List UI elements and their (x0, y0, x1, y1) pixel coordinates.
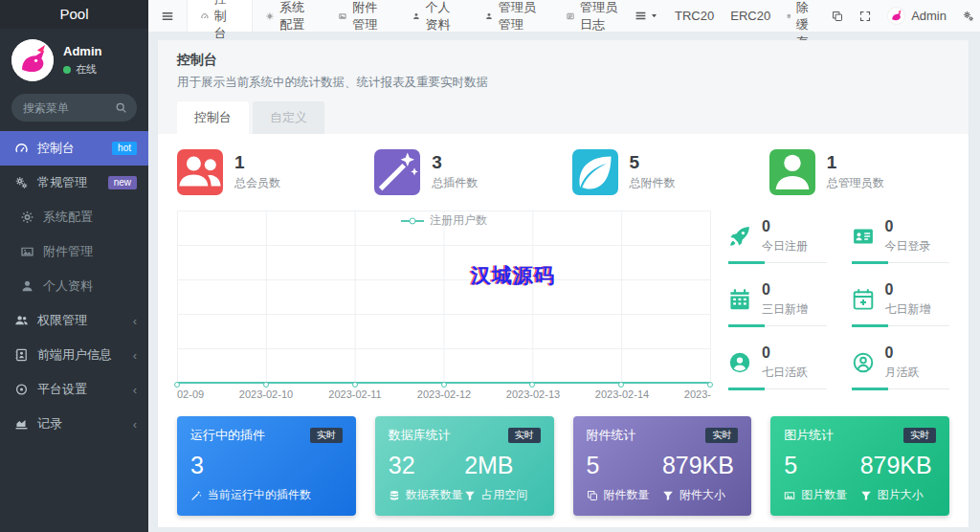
sidebar-item-profile[interactable]: 个人资料 (0, 269, 148, 303)
mini-stat-seven-day-new: 0七日新增 (852, 274, 950, 326)
sidebar-item-label: 附件管理 (43, 243, 93, 260)
x-axis-label: 2023-02-12 (417, 388, 471, 400)
stat-label: 总会员数 (234, 175, 280, 191)
sidebar-item-auth[interactable]: 权限管理‹ (0, 303, 148, 338)
circle-icon (13, 383, 30, 396)
chart-point (707, 382, 713, 388)
main-area: 控制台系统配置附件管理个人资料管理员管理管理员日志 TRC20 ERC20 清除… (148, 0, 980, 532)
sidebar-item-general[interactable]: 常规管理new (0, 166, 148, 200)
topbar-user-menu[interactable]: Admin (887, 7, 947, 25)
page-title: 控制台 (177, 52, 949, 69)
address-book-icon (13, 348, 30, 362)
panel-tabs: 控制台自定义 (177, 101, 949, 134)
avatar[interactable] (11, 39, 54, 81)
mini-stat-label: 三日新增 (762, 301, 808, 318)
panel-tab-custom[interactable]: 自定义 (253, 101, 324, 134)
sidebar-item-label: 控制台 (37, 140, 75, 157)
card-value: 3 (190, 451, 343, 479)
sidebar-item-system-config[interactable]: 系统配置 (0, 200, 148, 234)
card-cell: 879KB附件大小 (662, 451, 738, 503)
summary-card-image-stats: 图片统计实时5图片数量879KB图片大小 (770, 416, 949, 516)
card-value: 32 (389, 451, 464, 479)
topbar-tab-dashboard[interactable]: 控制台 (187, 0, 253, 32)
wand-icon (190, 490, 202, 501)
chart-legend[interactable]: 注册用户数 (177, 212, 711, 229)
stat-card-total-plugins: 3总插件数 (374, 149, 554, 195)
search-icon[interactable] (115, 101, 127, 114)
topbar-user-name: Admin (911, 9, 947, 23)
sidebar-item-front-user[interactable]: 前端用户信息‹ (0, 338, 148, 372)
topbar-tab-label: 管理员管理 (499, 0, 540, 33)
user-circle-icon (728, 351, 751, 374)
sidebar-item-platform[interactable]: 平台设置‹ (0, 372, 148, 407)
topbar-tab-admin-log[interactable]: 管理员日志 (553, 0, 635, 32)
caret-down-icon (650, 11, 658, 20)
chevron-left-icon: ‹ (133, 349, 137, 362)
topbar-tabs: 控制台系统配置附件管理个人资料管理员管理管理员日志 (187, 0, 635, 32)
legend-label: 注册用户数 (430, 212, 487, 229)
stat-value: 1 (234, 153, 280, 173)
leaf-icon (572, 149, 618, 195)
topbar-tab-system-config[interactable]: 系统配置 (253, 0, 325, 32)
card-footer: 图片大小 (860, 487, 936, 503)
erc20-link[interactable]: ERC20 (730, 9, 770, 23)
search-input[interactable] (23, 101, 115, 115)
sidebar-item-records[interactable]: 记录‹ (0, 407, 148, 441)
fullscreen-button[interactable] (859, 11, 871, 22)
mini-stat-value: 0 (885, 281, 931, 299)
mini-stat-today-login: 0今日登录 (852, 211, 950, 263)
menu-search[interactable] (11, 94, 137, 122)
sidebar-toggle-button[interactable] (148, 0, 187, 32)
stat-value: 1 (827, 153, 884, 173)
user-icon (412, 11, 420, 22)
sidebar-item-label: 记录 (37, 415, 62, 432)
mini-stat-value: 0 (762, 344, 808, 362)
realtime-badge: 实时 (705, 428, 738, 443)
panel-tab-console[interactable]: 控制台 (177, 101, 249, 134)
gears-icon (963, 11, 974, 22)
card-footer-label: 图片数量 (801, 487, 847, 503)
sidebar-menu: 控制台hot常规管理new系统配置附件管理个人资料权限管理‹前端用户信息‹平台设… (0, 129, 148, 532)
card-footer-label: 附件数量 (604, 487, 650, 503)
card-value: 5 (784, 451, 859, 479)
image-icon (339, 11, 346, 22)
online-dot (63, 66, 71, 74)
chevron-left-icon: ‹ (133, 315, 137, 327)
card-title: 附件统计 (587, 427, 636, 444)
sidebar-item-label: 权限管理 (37, 312, 87, 329)
topbar-tab-profile[interactable]: 个人资料 (399, 0, 472, 32)
mini-stat-label: 月活跃 (885, 365, 920, 381)
copy-page-button[interactable] (832, 11, 843, 22)
card-title: 图片统计 (784, 427, 834, 444)
users-icon (177, 149, 223, 195)
trc20-link[interactable]: TRC20 (675, 9, 714, 23)
hamburger-icon (161, 10, 174, 23)
mini-stat-label: 今日登录 (885, 238, 931, 255)
realtime-badge: 实时 (508, 428, 541, 443)
rocket-icon (728, 225, 751, 248)
card-value: 5 (587, 451, 662, 479)
chart-point (263, 382, 269, 388)
wand-icon (374, 149, 420, 195)
settings-button[interactable] (963, 11, 974, 22)
sidebar-item-attachment[interactable]: 附件管理 (0, 234, 148, 269)
x-axis-label: 2023-02-09 (177, 388, 204, 400)
id-card-icon (852, 225, 875, 248)
topbar-tab-admin-manage[interactable]: 管理员管理 (472, 0, 553, 32)
card-footer-label: 附件大小 (679, 487, 725, 503)
topbar-tab-attachment[interactable]: 附件管理 (325, 0, 398, 32)
stat-card-total-admins: 1总管理员数 (769, 149, 949, 195)
stat-label: 总管理员数 (827, 175, 884, 191)
card-cell: 879KB图片大小 (860, 451, 936, 503)
mini-stat-value: 0 (885, 218, 931, 235)
card-cell: 5附件数量 (587, 451, 662, 503)
sidebar-item-dashboard[interactable]: 控制台hot (0, 131, 148, 166)
user-status: 在线 (76, 62, 97, 77)
database-icon (389, 490, 400, 501)
tabs-dropdown-button[interactable] (635, 10, 658, 22)
topbar-right: TRC20 ERC20 清除缓存 Admin (635, 0, 980, 32)
x-axis-label: 2023-02-13 (506, 388, 560, 400)
copy-icon (832, 11, 843, 22)
funnel-icon (662, 490, 674, 501)
card-value: 879KB (662, 451, 738, 479)
